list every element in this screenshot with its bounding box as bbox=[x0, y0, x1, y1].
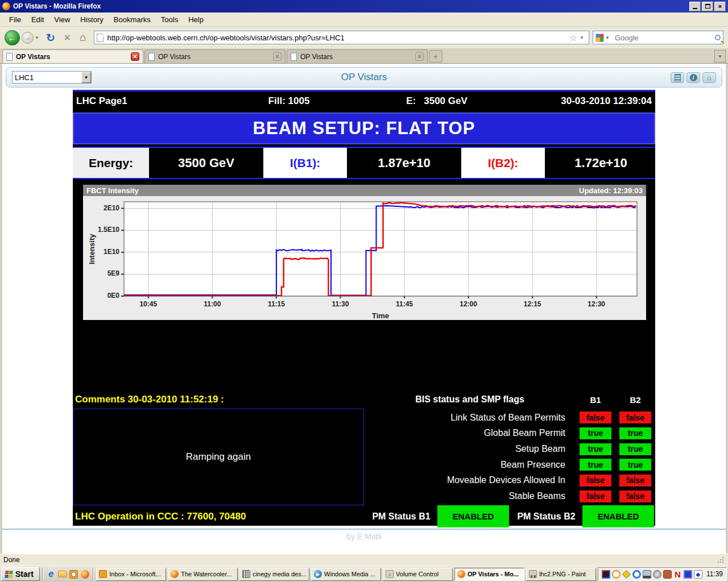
taskbar-button-inbox[interactable]: Inbox - Microsoft... bbox=[96, 568, 166, 581]
menu-tools[interactable]: Tools bbox=[156, 14, 183, 26]
comment-box: Ramping again bbox=[73, 409, 364, 505]
flags-area: Ramping again Link Status of Beam Permit… bbox=[73, 409, 655, 505]
menu-history[interactable]: History bbox=[76, 14, 107, 26]
notes-button[interactable] bbox=[671, 72, 684, 83]
tray-time: 11:39 bbox=[706, 570, 723, 578]
resize-grip[interactable] bbox=[717, 556, 725, 564]
minimize-button[interactable] bbox=[689, 2, 701, 11]
maximize-button[interactable] bbox=[702, 2, 713, 11]
tab-document-icon bbox=[148, 53, 155, 61]
taskbar-button-watercooler[interactable]: The Watercooler... bbox=[168, 568, 238, 581]
y-tick-label: 1E10 bbox=[83, 248, 119, 256]
stop-button[interactable]: × bbox=[60, 31, 75, 44]
taskbar-button-label: lhc2.PNG - Paint bbox=[539, 571, 593, 577]
tray-quicktime-icon[interactable] bbox=[632, 570, 641, 579]
search-magnifier-icon[interactable] bbox=[715, 35, 721, 40]
lhc-page1-panel: LHC Page1 Fill: 1005 E:3500 GeV 30-03-20… bbox=[73, 90, 655, 526]
paint-icon bbox=[529, 570, 537, 578]
menu-bookmarks[interactable]: Bookmarks bbox=[109, 14, 155, 26]
taskbar-button-cinegy[interactable]: cinegy media des... bbox=[239, 568, 309, 581]
tab-close-icon[interactable]: ✕ bbox=[273, 52, 282, 61]
menu-edit[interactable]: Edit bbox=[27, 14, 48, 26]
lhc-page-label: LHC Page1 bbox=[73, 95, 218, 107]
tray-network-icon[interactable] bbox=[643, 570, 651, 579]
history-dropdown-icon[interactable]: ▼ bbox=[34, 35, 42, 40]
windows-flag-icon bbox=[5, 571, 13, 578]
taskbar-button-op-vistars[interactable]: OP Vistars - Mo... bbox=[454, 568, 524, 581]
tab-close-icon[interactable]: ✕ bbox=[415, 52, 424, 61]
comments-header-row: Comments 30-03-2010 11:52:19 : BIS statu… bbox=[73, 390, 655, 409]
y-tick-label: 2E10 bbox=[83, 204, 119, 212]
quicklaunch-folder-icon[interactable] bbox=[57, 569, 68, 579]
search-box[interactable]: ▼ bbox=[593, 31, 723, 44]
info-icon: i bbox=[690, 74, 697, 81]
menu-file[interactable]: File bbox=[5, 14, 26, 26]
tray-clock-icon[interactable] bbox=[612, 570, 621, 579]
quicklaunch-outlook-icon[interactable] bbox=[69, 569, 79, 579]
datetime: 30-03-2010 12:39:04 bbox=[514, 95, 655, 107]
url-input[interactable] bbox=[107, 34, 568, 42]
firefox-icon bbox=[457, 570, 465, 578]
bookmark-star-icon[interactable]: ☆ bbox=[568, 32, 578, 43]
start-button[interactable]: Start bbox=[1, 567, 40, 581]
system-tray: N ◆ 11:39 bbox=[598, 567, 727, 581]
bis-row-label: Global Beam Permit bbox=[364, 428, 576, 438]
navigation-toolbar: ← → ▼ ↻ × ⌂ ☆ ▼ ▼ bbox=[0, 27, 728, 48]
reload-button[interactable]: ↻ bbox=[42, 31, 60, 44]
tab-list-dropdown[interactable]: ▼ bbox=[714, 50, 726, 63]
home-button[interactable]: ⌂ bbox=[75, 31, 90, 44]
bis-rows: Link Status of Beam Permits false false … bbox=[364, 409, 655, 505]
info-button[interactable]: i bbox=[686, 72, 700, 83]
chart-header: FBCT Intensity Updated: 12:39:03 bbox=[83, 185, 646, 196]
menu-view[interactable]: View bbox=[49, 14, 75, 26]
menu-help[interactable]: Help bbox=[184, 14, 208, 26]
url-bar[interactable]: ☆ ▼ bbox=[94, 31, 589, 44]
search-input[interactable] bbox=[615, 34, 715, 42]
bis-col-b2: B2 bbox=[615, 395, 655, 405]
tray-display-icon[interactable] bbox=[602, 570, 610, 579]
tray-messenger-icon[interactable]: ◆ bbox=[694, 570, 702, 579]
tab-op-vistars-2[interactable]: OP Vistars ✕ bbox=[144, 49, 286, 63]
tray-vnc-icon[interactable] bbox=[684, 570, 692, 579]
new-tab-button[interactable]: + bbox=[429, 50, 442, 63]
forward-button[interactable]: → bbox=[22, 32, 34, 44]
x-tick-label: 11:45 bbox=[387, 300, 421, 308]
lhc-header-row: LHC Page1 Fill: 1005 E:3500 GeV 30-03-20… bbox=[73, 92, 655, 111]
back-button[interactable]: ← bbox=[5, 30, 20, 45]
page-divider bbox=[2, 529, 726, 530]
flag-b2: true bbox=[619, 443, 651, 455]
tray-audio-icon[interactable] bbox=[653, 570, 661, 579]
taskbar-button-label: Windows Media ... bbox=[324, 571, 378, 577]
tray-novell-icon[interactable]: N bbox=[673, 570, 682, 579]
close-button[interactable]: × bbox=[714, 2, 726, 11]
screen: OP Vistars - Mozilla Firefox × File Edit… bbox=[0, 0, 728, 582]
tab-document-icon bbox=[291, 53, 297, 61]
home-shortcut-button[interactable]: ⌂ bbox=[702, 72, 716, 83]
bis-row-beam-presence: Beam Presence true true bbox=[364, 459, 655, 471]
quicklaunch-firefox-icon[interactable] bbox=[80, 569, 90, 579]
window-title: OP Vistars - Mozilla Firefox bbox=[13, 2, 689, 10]
stat-ib2-value: 1.72e+10 bbox=[547, 148, 655, 178]
tab-op-vistars-1[interactable]: OP Vistars ✕ bbox=[2, 49, 143, 63]
tab-close-icon[interactable]: ✕ bbox=[131, 52, 139, 61]
taskbar-button-wmp[interactable]: ▶ Windows Media ... bbox=[311, 568, 381, 581]
tray-key-icon[interactable] bbox=[622, 569, 631, 579]
start-label: Start bbox=[15, 569, 34, 579]
x-tick-label: 12:30 bbox=[580, 300, 614, 308]
content-footer: LHC Operation in CCC : 77600, 70480 PM S… bbox=[73, 505, 655, 527]
taskbar-button-volume[interactable]: ♪ Volume Control bbox=[383, 568, 453, 581]
page-viewport: LHC1 ▼ OP Vistars i ⌂ LHC Page1 Fill: 10… bbox=[0, 64, 728, 554]
google-icon bbox=[595, 34, 604, 42]
bis-row-label: Setup Beam bbox=[364, 444, 576, 454]
bis-title: BIS status and SMP flags bbox=[364, 394, 576, 405]
flag-b1: false bbox=[580, 475, 611, 487]
tab-op-vistars-3[interactable]: OP Vistars ✕ bbox=[287, 49, 428, 63]
taskbar-button-paint[interactable]: lhc2.PNG - Paint bbox=[526, 568, 596, 581]
search-engine-dropdown-icon[interactable]: ▼ bbox=[604, 35, 612, 40]
page-title: OP Vistars bbox=[6, 72, 722, 83]
taskbar-button-label: Inbox - Microsoft... bbox=[109, 571, 163, 577]
bis-row-global-permit: Global Beam Permit true true bbox=[364, 427, 655, 439]
quicklaunch-ie-icon[interactable]: e bbox=[46, 569, 56, 579]
url-dropdown-icon[interactable]: ▼ bbox=[578, 35, 586, 40]
tray-user-icon[interactable] bbox=[663, 570, 672, 579]
